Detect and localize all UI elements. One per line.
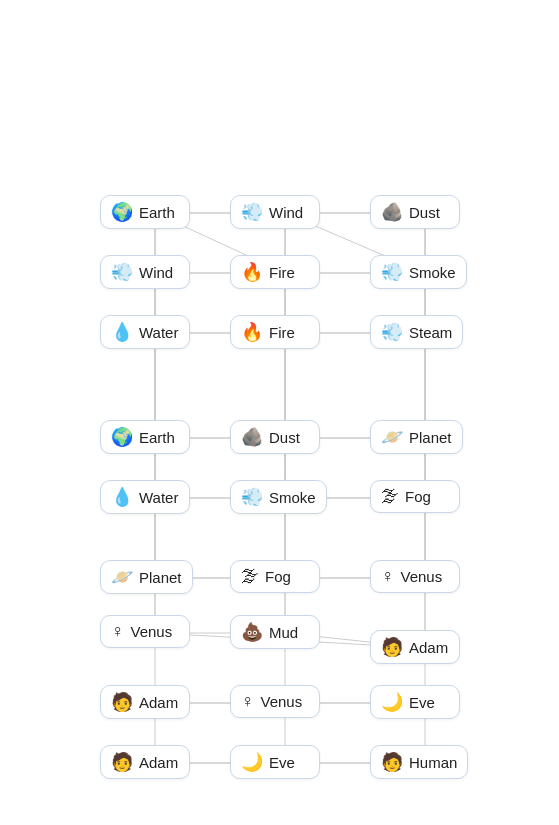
element-label: Venus — [131, 623, 173, 640]
element-label: Mud — [269, 624, 298, 641]
element-icon: 💩 — [241, 621, 263, 643]
element-node-dust[interactable]: 🪨Dust — [230, 420, 320, 454]
element-node-water[interactable]: 💧Water — [100, 480, 190, 514]
element-label: Earth — [139, 429, 175, 446]
element-icon: 🧑 — [381, 636, 403, 658]
element-icon: 🪨 — [241, 426, 263, 448]
element-node-adam[interactable]: 🧑Adam — [370, 630, 460, 664]
element-icon: 🧑 — [111, 691, 133, 713]
element-node-earth[interactable]: 🌍Earth — [100, 195, 190, 229]
element-node-adam[interactable]: 🧑Adam — [100, 745, 190, 779]
element-label: Fog — [265, 568, 291, 585]
element-icon: ♀ — [111, 621, 125, 642]
element-label: Eve — [409, 694, 435, 711]
element-label: Smoke — [269, 489, 316, 506]
element-label: Dust — [269, 429, 300, 446]
element-icon: 🌙 — [241, 751, 263, 773]
element-icon: 🧑 — [111, 751, 133, 773]
element-label: Adam — [409, 639, 448, 656]
element-icon: 💨 — [111, 261, 133, 283]
element-label: Adam — [139, 694, 178, 711]
element-icon: 🔥 — [241, 261, 263, 283]
element-node-dust[interactable]: 🪨Dust — [370, 195, 460, 229]
element-node-steam[interactable]: 💨Steam — [370, 315, 463, 349]
element-node-fog[interactable]: 🌫Fog — [370, 480, 460, 513]
element-node-venus[interactable]: ♀Venus — [370, 560, 460, 593]
element-label: Fog — [405, 488, 431, 505]
element-node-eve[interactable]: 🌙Eve — [370, 685, 460, 719]
element-icon: ♀ — [381, 566, 395, 587]
element-label: Earth — [139, 204, 175, 221]
element-icon: 🪐 — [381, 426, 403, 448]
element-node-wind[interactable]: 💨Wind — [100, 255, 190, 289]
element-icon: 💨 — [381, 261, 403, 283]
element-label: Eve — [269, 754, 295, 771]
element-node-earth[interactable]: 🌍Earth — [100, 420, 190, 454]
element-label: Venus — [401, 568, 443, 585]
element-icon: ♀ — [241, 691, 255, 712]
element-label: Adam — [139, 754, 178, 771]
element-icon: 🧑 — [381, 751, 403, 773]
element-icon: 🌫 — [381, 486, 399, 507]
element-label: Dust — [409, 204, 440, 221]
element-node-fog[interactable]: 🌫Fog — [230, 560, 320, 593]
element-node-planet[interactable]: 🪐Planet — [100, 560, 193, 594]
element-label: Fire — [269, 324, 295, 341]
element-label: Smoke — [409, 264, 456, 281]
element-label: Venus — [261, 693, 303, 710]
element-label: Planet — [139, 569, 182, 586]
element-icon: 🌍 — [111, 201, 133, 223]
element-node-venus[interactable]: ♀Venus — [100, 615, 190, 648]
element-node-water[interactable]: 💧Water — [100, 315, 190, 349]
element-node-fire[interactable]: 🔥Fire — [230, 315, 320, 349]
element-node-fire[interactable]: 🔥Fire — [230, 255, 320, 289]
element-icon: 💨 — [241, 201, 263, 223]
element-label: Planet — [409, 429, 452, 446]
element-icon: 💨 — [241, 486, 263, 508]
element-icon: 🔥 — [241, 321, 263, 343]
element-label: Steam — [409, 324, 452, 341]
element-icon: 💧 — [111, 486, 133, 508]
element-icon: 🪐 — [111, 566, 133, 588]
element-label: Water — [139, 489, 178, 506]
element-label: Wind — [139, 264, 173, 281]
element-icon: 💧 — [111, 321, 133, 343]
element-node-human[interactable]: 🧑Human — [370, 745, 468, 779]
nodes-container: 🌍Earth💨Wind🪨Dust💨Wind🔥Fire💨Smoke💧Water🔥F… — [0, 0, 559, 825]
element-icon: 🌫 — [241, 566, 259, 587]
element-icon: 🪨 — [381, 201, 403, 223]
element-node-smoke[interactable]: 💨Smoke — [230, 480, 327, 514]
element-label: Water — [139, 324, 178, 341]
element-node-venus[interactable]: ♀Venus — [230, 685, 320, 718]
element-node-mud[interactable]: 💩Mud — [230, 615, 320, 649]
element-node-smoke[interactable]: 💨Smoke — [370, 255, 467, 289]
element-icon: 🌍 — [111, 426, 133, 448]
element-node-planet[interactable]: 🪐Planet — [370, 420, 463, 454]
element-label: Fire — [269, 264, 295, 281]
element-icon: 💨 — [381, 321, 403, 343]
element-node-adam[interactable]: 🧑Adam — [100, 685, 190, 719]
element-icon: 🌙 — [381, 691, 403, 713]
element-label: Human — [409, 754, 457, 771]
element-node-eve[interactable]: 🌙Eve — [230, 745, 320, 779]
element-label: Wind — [269, 204, 303, 221]
element-node-wind[interactable]: 💨Wind — [230, 195, 320, 229]
